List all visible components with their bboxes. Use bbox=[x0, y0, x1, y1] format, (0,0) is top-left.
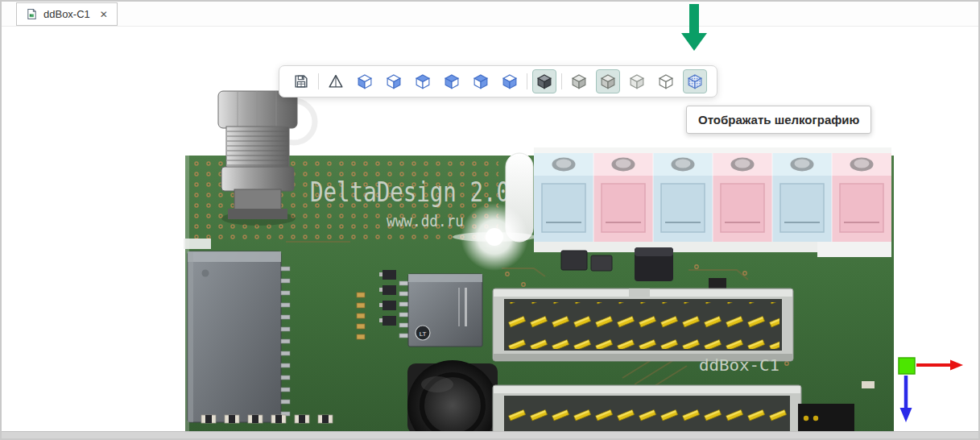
idc-connector-2 bbox=[493, 385, 801, 434]
terminal-block bbox=[832, 153, 891, 243]
terminal-block bbox=[713, 153, 772, 243]
display-components-button[interactable] bbox=[596, 69, 620, 93]
cube-gray-icon bbox=[599, 73, 617, 90]
tab-ddbox-c1[interactable]: ddBox-C1 ✕ bbox=[16, 2, 118, 26]
toolbar-separator bbox=[318, 73, 319, 89]
annotation-arrow-icon bbox=[680, 4, 708, 52]
x-axis-arrow-icon bbox=[916, 360, 963, 371]
save-icon bbox=[292, 73, 310, 90]
silkscreen-url: www.dd.ru bbox=[387, 212, 464, 230]
axonometric-view-button[interactable] bbox=[324, 69, 348, 93]
standard-view-button-3[interactable] bbox=[411, 69, 435, 93]
cube-view-icon bbox=[356, 73, 374, 90]
terminal-block-strip bbox=[534, 147, 891, 257]
cube-view-icon bbox=[443, 73, 461, 90]
pyramid-icon bbox=[327, 73, 345, 90]
header-connector bbox=[798, 404, 854, 434]
terminal-block bbox=[593, 153, 653, 243]
terminal-block bbox=[534, 153, 593, 243]
cube-silkscreen-icon bbox=[686, 73, 704, 90]
cube-view-icon bbox=[472, 73, 490, 90]
cube-light-icon bbox=[628, 73, 646, 90]
cube-gray-icon bbox=[570, 73, 588, 90]
cube-view-icon bbox=[414, 73, 432, 90]
tooltip: Отображать шелкографию bbox=[686, 106, 871, 134]
chip-logo: LT bbox=[420, 330, 427, 338]
y-axis-arrow-icon bbox=[900, 376, 912, 422]
display-pads-button[interactable] bbox=[625, 69, 649, 93]
display-shaded-button[interactable] bbox=[532, 69, 556, 93]
app-window: ddBox-C1 ✕ bbox=[0, 0, 980, 440]
standard-view-button-1[interactable] bbox=[353, 69, 377, 93]
toolbar-separator bbox=[527, 73, 527, 89]
qfp-chip bbox=[188, 251, 290, 422]
axis-indicator bbox=[892, 353, 977, 432]
window-bottom-frame bbox=[2, 431, 978, 438]
cube-view-icon bbox=[501, 73, 519, 90]
document-icon bbox=[26, 8, 38, 20]
view-toolbar bbox=[279, 65, 717, 98]
inductor bbox=[407, 360, 498, 434]
cube-view-icon bbox=[385, 73, 403, 90]
silkscreen-board-name: ddBox-C1 bbox=[699, 355, 779, 375]
tooltip-text: Отображать шелкографию bbox=[698, 113, 859, 127]
idc-connector-1 bbox=[493, 288, 793, 361]
standard-view-button-2[interactable] bbox=[382, 69, 406, 93]
standard-view-button-5[interactable] bbox=[469, 69, 493, 93]
cube-shaded-icon bbox=[535, 73, 553, 90]
toolbar-separator bbox=[561, 73, 562, 89]
display-wireframe-button[interactable] bbox=[654, 69, 678, 93]
display-silkscreen-button[interactable] bbox=[683, 69, 707, 93]
terminal-block bbox=[772, 153, 832, 243]
tab-bar: ddBox-C1 ✕ bbox=[2, 2, 978, 27]
save-view-button[interactable] bbox=[289, 69, 313, 93]
standard-view-button-4[interactable] bbox=[440, 69, 464, 93]
tab-close-icon[interactable]: ✕ bbox=[100, 10, 108, 19]
display-board-button[interactable] bbox=[567, 69, 591, 93]
cube-wireframe-icon bbox=[657, 73, 675, 90]
terminal-block bbox=[653, 153, 713, 243]
standard-view-button-6[interactable] bbox=[498, 69, 522, 93]
tab-title: ddBox-C1 bbox=[43, 8, 90, 20]
silkscreen-title: DeltaDesign 2.0 bbox=[310, 176, 510, 208]
regulator-chip: LT bbox=[399, 274, 482, 347]
origin-marker bbox=[899, 358, 915, 374]
